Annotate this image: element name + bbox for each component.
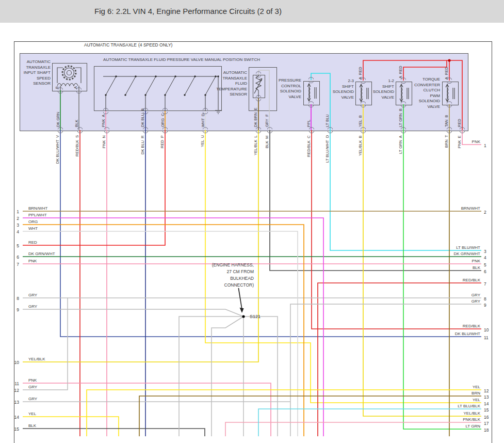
temp-sensor-label: AUTOMATIC xyxy=(159,70,247,75)
right-row-number: 17 xyxy=(484,421,489,426)
left-row-number: 10 xyxy=(12,360,19,365)
wire-color-label: RED P xyxy=(160,135,165,148)
left-row-label: YEL/BLK xyxy=(28,357,45,361)
tcc-pwm-solenoid-label: PWM xyxy=(352,93,440,98)
wire-color-label: ORG C xyxy=(160,113,165,127)
wire-color-label: LT BLU/WHT D xyxy=(325,135,330,163)
wire-color-label: LT GRN B xyxy=(398,108,403,127)
left-row-number: 7 xyxy=(12,262,19,267)
speed-sensor-label: INPUT SHAFT xyxy=(0,70,51,75)
right-row-number: 10 xyxy=(484,327,489,333)
engine-harness-note: CONNECTOR) xyxy=(166,282,254,288)
splice-note-arrow-icon xyxy=(238,288,244,313)
wire-color-label: BLK M xyxy=(265,135,269,148)
left-row-number: 13 xyxy=(12,400,19,405)
splice-label: S121 xyxy=(250,314,261,319)
wire-color-label: YEL/BLK L xyxy=(253,135,258,155)
left-row-number: 11 xyxy=(12,381,19,386)
speed-sensor-label: AUTOMATIC xyxy=(0,59,51,64)
left-row-label: GRY xyxy=(28,385,37,389)
wire-color-label: DK BLU B xyxy=(140,108,145,127)
left-row-label: DK GRN/WHT xyxy=(28,251,55,256)
wire-color-label: DK GRN xyxy=(56,112,60,127)
wire-color-label: GRY F xyxy=(265,114,269,127)
wire-color-label: YEL U xyxy=(200,135,205,147)
engine-harness-note: 27 CM FROM xyxy=(166,269,254,274)
section-title: (4 SPEED ONLY) xyxy=(138,42,172,48)
right-row-number: 18 xyxy=(484,428,489,433)
tcc-pwm-solenoid-label: TORQUE xyxy=(352,77,440,82)
left-row-label: BRN/WHT xyxy=(28,206,47,211)
left-row-label: WHT xyxy=(28,226,38,231)
right-row-label: PNK xyxy=(397,259,480,263)
right-row-number: 7 xyxy=(484,281,486,287)
right-row-number: 15 xyxy=(484,407,489,413)
wire-color-label: PNK A xyxy=(101,115,106,127)
wire-color-label: TAN B xyxy=(444,115,449,127)
left-row-number: 4 xyxy=(12,229,19,234)
right-row-number: 6 xyxy=(484,269,486,274)
wire-color-label: WHT D xyxy=(201,113,205,127)
wire-color-label: DK BLU/WHT V xyxy=(55,135,60,164)
right-row-label: YEL xyxy=(397,398,480,402)
left-row-number: 15 xyxy=(12,426,19,432)
left-row-label: GRY xyxy=(28,304,37,309)
right-row-number: 11 xyxy=(484,335,489,340)
right-row-label: YEL xyxy=(397,385,480,389)
section-title: AUTOMATIC TRANSAXLE xyxy=(84,42,137,48)
right-row-number: 5 xyxy=(484,262,486,267)
right-row-label: LT GRN xyxy=(397,424,480,429)
right-row-label: LT BLU/WHT xyxy=(397,245,480,250)
right-row-label: DK GRN/WHT xyxy=(397,251,480,256)
left-row-number: 12 xyxy=(12,388,19,393)
left-row-label: YEL xyxy=(28,412,36,416)
wire-color-label: LT BLU xyxy=(325,114,330,127)
tcc-pwm-solenoid-label: CLUTCH xyxy=(352,88,440,92)
engine-harness-note: (ENGINE HARNESS, xyxy=(166,262,254,267)
wire-color-label: PNK E xyxy=(457,135,462,148)
left-row-label: BLK xyxy=(28,423,36,428)
right-row-number: 1 xyxy=(484,143,486,148)
wiring-diagram-page: Fig 6: 2.2L VIN 4, Engine Performance Ci… xyxy=(0,0,504,443)
tcc-pwm-solenoid-label: CONVERTER xyxy=(352,83,440,87)
left-row-number: 14 xyxy=(12,415,19,420)
left-row-label: PNK xyxy=(28,378,37,383)
position-switch-label: AUTOMATIC TRANSAXLE FLUID PRESSURE VALVE… xyxy=(68,57,295,62)
wire-color-label: BLK xyxy=(74,120,79,127)
right-row-label: GRY xyxy=(397,293,480,297)
right-row-number: 2 xyxy=(484,210,486,215)
left-row-number: 6 xyxy=(12,255,19,260)
wire-color-label: RED/BLK S xyxy=(75,135,79,156)
speed-sensor-label: SENSOR xyxy=(0,81,51,86)
wire-color-label: DK BLU R xyxy=(140,135,145,154)
right-row-label: BLK xyxy=(397,265,480,270)
right-row-number: 4 xyxy=(484,255,486,260)
right-row-label: RED/BLK xyxy=(397,278,480,282)
left-row-label: PPL/WHT xyxy=(28,213,47,217)
wire-color-label: A RED xyxy=(398,66,403,78)
left-row-number: 8 xyxy=(12,296,19,301)
right-row-number: 8 xyxy=(484,296,486,302)
left-row-number: 3 xyxy=(12,223,19,228)
right-row-number: 9 xyxy=(484,303,486,308)
left-row-number: 9 xyxy=(12,307,19,312)
wire-color-label: PNK N xyxy=(102,135,106,148)
left-row-number: 1 xyxy=(12,209,19,214)
wire-color-label: BRN T xyxy=(444,135,449,148)
right-row-label: LT BLU/BLK xyxy=(397,404,480,408)
left-row-number: 2 xyxy=(12,216,19,221)
wire-color-label: A RED xyxy=(444,67,449,80)
right-row-label: PNK/BLK xyxy=(397,417,480,422)
tcc-pwm-solenoid-label: VALVE xyxy=(352,104,440,109)
right-row-label: GRY xyxy=(397,299,480,304)
wire-color-label: A RED xyxy=(358,67,363,80)
left-row-label: RED xyxy=(28,240,37,245)
wire-color-label: A xyxy=(73,86,78,89)
left-row-label: GRY xyxy=(28,293,37,297)
tcc-pwm-solenoid-coil-icon xyxy=(446,84,454,102)
left-row-label: ORG xyxy=(28,219,38,224)
left-row-number: 5 xyxy=(12,243,19,248)
tcc-pwm-solenoid-label: SOLENOID xyxy=(352,99,440,103)
right-row-number: 12 xyxy=(484,388,489,393)
right-row-label: BRN xyxy=(397,391,480,395)
